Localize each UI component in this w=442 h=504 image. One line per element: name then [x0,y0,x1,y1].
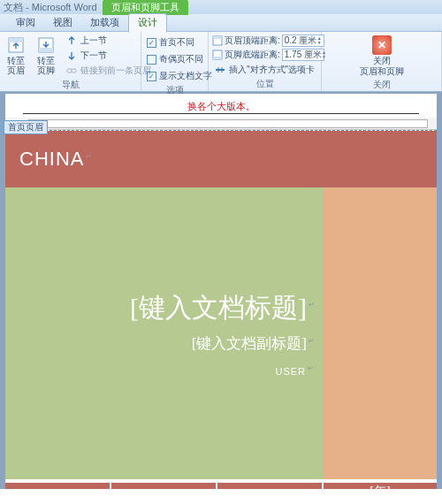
cover-title-block: [键入文档标题]↵ [键入文档副标题]↵ USER↵ [5,187,324,479]
footer-distance-input[interactable]: 1.75 厘米 ▲▼ [282,49,324,61]
svg-rect-1 [9,38,23,42]
footer-distance-label: 页脚底端距离: [225,49,280,61]
page: 换各个大版本。 首页页眉 CHINA↵ [键入文档标题]↵ [键入文档副标题]↵ [5,94,437,489]
cover-page: CHINA↵ [键入文档标题]↵ [键入文档副标题]↵ USER↵ [5,131,437,489]
header-distance-icon [212,35,223,46]
header-icon [6,35,26,55]
goto-header-label: 转至页眉 [6,56,26,75]
footer-distance-value: 1.75 厘米 [285,49,322,61]
cover-subtitle-placeholder[interactable]: [键入文档副标题]↵ [192,333,315,354]
goto-header-button[interactable]: 转至页眉 [4,34,28,77]
svg-rect-10 [216,69,225,71]
cover-right-column [324,187,437,479]
check-diff-first[interactable]: ✓ 首页不同 [145,35,214,50]
window-title: 文档 - Microsoft Word [4,1,97,14]
next-section-label: 下一节 [80,50,107,62]
tab-review[interactable]: 审阅 [7,14,44,32]
checkbox-unchecked-icon [147,55,156,65]
cover-user[interactable]: USER↵ [275,364,315,377]
group-position: 页眉顶端距离: 0.2 厘米 ▲▼ 页脚底端距离: 1.75 厘米 ▲▼ [209,32,322,91]
svg-rect-3 [39,48,53,52]
goto-footer-button[interactable]: 转至页脚 [34,34,58,77]
title-bar: 文档 - Microsoft Word 页眉和页脚工具 [0,0,442,14]
prev-section-label: 上一节 [80,34,107,47]
ribbon: 转至页眉 转至页脚 上一节 下一节 链接到前一条页眉 [0,32,442,92]
horizontal-ruler[interactable] [5,118,437,130]
header-distance-label: 页眉顶端距离: [225,34,280,47]
header-distance-value: 0.2 厘米 [285,34,317,47]
link-previous-button[interactable]: 链接到前一条页眉 [64,64,153,78]
insert-align-label: 插入"对齐方式"选项卡 [229,64,315,76]
group-navigation-label: 导航 [4,78,137,93]
close-label-1: 关闭 [373,56,391,65]
paragraph-mark-icon: ↵ [308,364,315,372]
close-header-footer-button[interactable]: ✕ 关闭 页眉和页脚 [357,34,407,78]
cover-bottom-cell [217,483,322,489]
cover-company[interactable]: CHINA↵ [19,148,93,171]
document-area: 换各个大版本。 首页页眉 CHINA↵ [键入文档标题]↵ [键入文档副标题]↵ [0,92,442,489]
paragraph-mark-icon: ↵ [309,301,315,309]
header-distance-input[interactable]: 0.2 厘米 ▲▼ [282,34,324,47]
tab-view[interactable]: 视图 [44,14,81,32]
tab-design[interactable]: 设计 [128,13,167,33]
ribbon-tabs: 审阅 视图 加载项 设计 [0,14,442,32]
group-close-label: 关闭 [325,78,438,93]
header-distance-row: 页眉顶端距离: 0.2 厘米 ▲▼ [212,34,324,47]
prev-section-button[interactable]: 上一节 [64,34,153,48]
show-doc-label: 显示文档文字 [159,70,212,82]
paragraph-mark-icon: ↵ [86,152,93,160]
cover-bottom-cell [5,483,110,489]
cover-title-placeholder[interactable]: [键入文档标题]↵ [130,290,315,326]
arrow-up-icon [65,34,78,47]
footer-icon [36,35,56,55]
tab-addins[interactable]: 加载项 [81,14,128,32]
link-previous-label: 链接到前一条页眉 [80,65,151,77]
close-icon: ✕ [372,35,392,55]
diff-oddeven-label: 奇偶页不同 [159,53,203,65]
diff-first-label: 首页不同 [159,36,194,49]
header-tag: 首页页眉 [4,120,48,134]
close-label-2: 页眉和页脚 [360,66,404,76]
next-section-button[interactable]: 下一节 [64,49,153,63]
checkbox-checked-icon: ✓ [147,38,156,48]
cover-bottom-row: [年] [5,483,437,489]
svg-rect-7 [213,36,222,39]
check-show-doc[interactable]: ✓ 显示文档文字 [145,69,214,83]
body-text-line: 换各个大版本。 [5,99,437,116]
goto-footer-label: 转至页脚 [36,56,56,75]
svg-rect-4 [67,69,72,73]
check-diff-oddeven[interactable]: 奇偶页不同 [145,52,214,66]
align-tab-icon [214,64,226,76]
svg-rect-9 [213,57,222,59]
paragraph-mark-icon: ↵ [309,337,315,345]
cover-bottom-cell [111,483,216,489]
header-zone[interactable]: 首页页眉 CHINA↵ [键入文档标题]↵ [键入文档副标题]↵ USER↵ [5,130,437,489]
svg-rect-5 [72,69,76,73]
link-icon [65,65,78,77]
group-close: ✕ 关闭 页眉和页脚 关闭 [322,32,442,91]
arrow-down-icon [65,50,78,62]
footer-distance-icon [212,50,223,60]
footer-distance-row: 页脚底端距离: 1.75 厘米 ▲▼ [212,49,324,61]
insert-align-tab-button[interactable]: 插入"对齐方式"选项卡 [212,63,324,77]
group-position-label: 位置 [212,77,317,92]
group-options: ✓ 首页不同 奇偶页不同 ✓ 显示文档文字 选项 [141,32,209,91]
cover-year-placeholder[interactable]: [年] [324,483,437,489]
red-text[interactable]: 换各个大版本。 [187,101,255,111]
cover-top-band: CHINA↵ [5,131,437,187]
group-navigation: 转至页眉 转至页脚 上一节 下一节 链接到前一条页眉 [0,32,141,91]
